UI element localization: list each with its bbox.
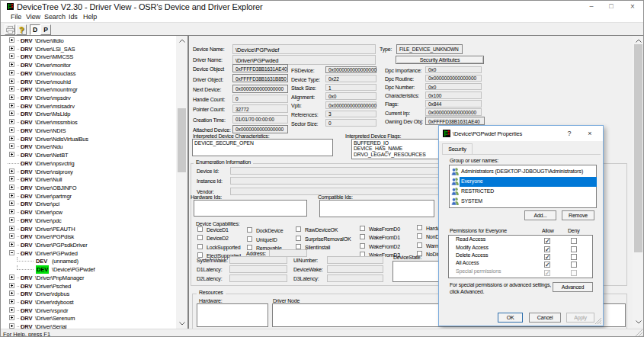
tree-item[interactable]: DRV\Driver\Serial xyxy=(2,323,176,329)
user-list-item[interactable]: Administrators (DESKTOP-JDBOUGT\Administ… xyxy=(461,166,583,176)
tree-item[interactable]: DRV\Driver\PGPwded xyxy=(2,249,176,258)
expand-plus-icon[interactable] xyxy=(9,242,14,247)
menu-help[interactable]: Help xyxy=(83,12,97,22)
cancel-button[interactable]: Cancel xyxy=(529,313,561,323)
expand-plus-icon[interactable] xyxy=(9,152,14,157)
expand-plus-icon[interactable] xyxy=(9,176,14,181)
expand-plus-icon[interactable] xyxy=(9,79,14,84)
tree-item[interactable]: DRV\Driver\Psched xyxy=(2,282,176,290)
tree-item[interactable]: DRV\Driver\PnpManager xyxy=(2,274,176,282)
expand-plus-icon[interactable] xyxy=(9,201,14,206)
tree-item[interactable]: DRV\Driver\NdisVirtualBus xyxy=(2,135,176,143)
deny-checkbox[interactable] xyxy=(571,238,577,244)
tree-item[interactable]: DRV\Driver\MsLldp xyxy=(2,110,176,118)
dialog-close-button[interactable]: × xyxy=(584,128,596,139)
tree-item[interactable]: DRV\Driver\mountmgr xyxy=(2,85,176,94)
tab-security[interactable]: Security xyxy=(442,143,473,154)
expand-plus-icon[interactable] xyxy=(9,62,14,67)
tree-item[interactable]: DRV\Driver\mpsdrv xyxy=(2,94,176,102)
expand-plus-icon[interactable] xyxy=(9,86,14,91)
tree-item[interactable]: DRV\Driver\OBJINFO xyxy=(2,184,176,192)
tree-item[interactable]: DRV\Driver\pdc xyxy=(2,217,176,225)
deny-checkbox[interactable] xyxy=(571,262,577,268)
security-attributes-button[interactable]: Security Attributes xyxy=(396,56,484,65)
add-button[interactable]: Add... xyxy=(524,210,556,220)
tree-item[interactable]: DRV\Driver\rdyboost xyxy=(2,298,176,307)
expand-plus-icon[interactable] xyxy=(9,226,14,231)
tree-item[interactable]: DRV\Driver\mssmbios xyxy=(2,118,176,127)
capability-checkbox[interactable] xyxy=(417,225,422,230)
collapse-minus-icon[interactable] xyxy=(9,250,14,255)
expand-plus-icon[interactable] xyxy=(9,53,14,59)
tree-item[interactable]: DRV\Driver\Serenum xyxy=(2,314,176,323)
expand-plus-icon[interactable] xyxy=(9,307,14,313)
capability-checkbox[interactable] xyxy=(247,245,252,250)
minimize-button[interactable]: – xyxy=(581,1,602,12)
advanced-button[interactable]: Advanced xyxy=(553,282,593,292)
details-scrollbar-thumb[interactable] xyxy=(634,44,642,252)
expand-plus-icon[interactable] xyxy=(9,193,14,198)
expand-plus-icon[interactable] xyxy=(9,323,14,329)
tree-item[interactable]: DEV\Device\PGPwdef xyxy=(2,265,176,274)
menu-view[interactable]: View xyxy=(26,12,40,22)
menu-ids[interactable]: Ids xyxy=(69,12,78,22)
expand-plus-icon[interactable] xyxy=(9,168,14,174)
expand-plus-icon[interactable] xyxy=(9,233,14,239)
print-button[interactable] xyxy=(5,24,15,35)
expand-plus-icon[interactable] xyxy=(9,127,14,133)
capability-checkbox[interactable] xyxy=(296,244,301,249)
capability-checkbox[interactable] xyxy=(197,252,203,258)
details-scroll-down-icon[interactable] xyxy=(633,320,644,324)
details-scroll-up-icon[interactable] xyxy=(633,39,644,43)
capability-checkbox[interactable] xyxy=(197,235,203,240)
expand-plus-icon[interactable] xyxy=(9,46,14,51)
tree-item[interactable]: DRV\Driver\MMCSS xyxy=(2,53,176,61)
tree-item[interactable]: DRV\Driver\npsvctrig xyxy=(2,159,176,168)
expand-plus-icon[interactable] xyxy=(9,217,14,223)
tree-item[interactable]: DRV\Driver\pcw xyxy=(2,208,176,217)
details-scrollbar[interactable] xyxy=(633,36,644,327)
capability-checkbox[interactable] xyxy=(197,226,203,232)
tree-item[interactable]: DEV(unnamed) xyxy=(2,257,176,265)
tree-scroll-down-icon[interactable] xyxy=(176,322,187,326)
help-button[interactable]: ? xyxy=(16,24,27,35)
tree-item[interactable]: DRV\Driver\LSI_SAS xyxy=(2,45,176,53)
capability-checkbox[interactable] xyxy=(247,236,252,242)
expand-plus-icon[interactable] xyxy=(9,119,14,124)
expand-plus-icon[interactable] xyxy=(9,95,14,100)
capability-checkbox[interactable] xyxy=(360,234,365,239)
tree-scroll-up-icon[interactable] xyxy=(176,39,187,43)
dialog-help-button[interactable]: ? xyxy=(563,128,575,139)
menu-search[interactable]: Search xyxy=(44,12,66,22)
tree-item[interactable]: DRV\Driver\partmgr xyxy=(2,192,176,201)
tree-item[interactable]: DRV\Driver\Null xyxy=(2,175,176,184)
allow-checkbox[interactable]: ✓ xyxy=(544,262,550,268)
capability-checkbox[interactable] xyxy=(296,236,301,241)
expand-plus-icon[interactable] xyxy=(9,283,14,288)
expand-plus-icon[interactable] xyxy=(9,299,14,304)
tree-item[interactable]: DRV\Driver\pci xyxy=(2,200,176,208)
tree-item[interactable]: DRV\Driver\nsiproxy xyxy=(2,168,176,176)
dialog-resize-grip[interactable] xyxy=(595,318,601,324)
tree-scrollbar[interactable] xyxy=(176,36,187,329)
user-list[interactable]: Administrators (DESKTOP-JDBOUGT\Administ… xyxy=(449,165,597,208)
tree-item[interactable]: DRV\Driver\msisadrv xyxy=(2,102,176,111)
expand-plus-icon[interactable] xyxy=(9,111,14,116)
allow-checkbox[interactable]: ✓ xyxy=(544,238,550,244)
capability-checkbox[interactable] xyxy=(247,227,252,233)
pnp-view-button[interactable]: P xyxy=(40,24,51,35)
driver-view-button[interactable]: D xyxy=(30,24,40,35)
expand-plus-icon[interactable] xyxy=(9,103,14,108)
tree-item[interactable]: DRV\Driver\mouhid xyxy=(2,78,176,86)
tree-item[interactable]: DRV\Driver\PEAUTH xyxy=(2,225,176,233)
capability-checkbox[interactable] xyxy=(417,233,422,239)
expand-plus-icon[interactable] xyxy=(9,143,14,149)
user-list-item[interactable]: SYSTEM xyxy=(461,196,482,206)
maximize-button[interactable]: □ xyxy=(601,1,622,12)
expand-plus-icon[interactable] xyxy=(9,37,14,43)
capability-checkbox[interactable] xyxy=(197,244,203,249)
ok-button[interactable]: OK xyxy=(498,313,523,323)
tree-item[interactable]: DRV\Driver\PGPdisk xyxy=(2,233,176,241)
remove-button[interactable]: Remove xyxy=(562,210,594,220)
allow-checkbox[interactable]: ✓ xyxy=(544,254,550,260)
